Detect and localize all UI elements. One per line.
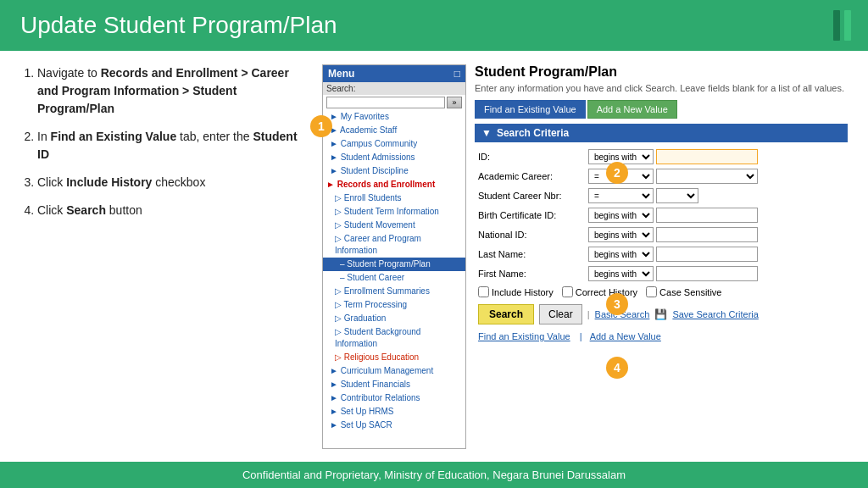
menu-item-term-processing[interactable]: ▷ Term Processing bbox=[323, 298, 465, 312]
menu-item-admissions[interactable]: ► Student Admissions bbox=[323, 151, 465, 164]
criteria-form: ID: begins with = Academic Career: = beg… bbox=[475, 149, 848, 341]
bottom-links: Find an Existing Value | Add a New Value bbox=[478, 331, 844, 341]
operator-career-nbr[interactable]: = begins with bbox=[588, 188, 654, 203]
tab-find-existing[interactable]: Find an Existing Value bbox=[475, 100, 586, 119]
criteria-row-academic-career: Academic Career: = begins with bbox=[478, 169, 844, 184]
menu-item-graduation[interactable]: ▷ Graduation bbox=[323, 312, 465, 325]
case-sensitive-checkbox[interactable] bbox=[646, 286, 657, 297]
bottom-link-add[interactable]: Add a New Value bbox=[590, 331, 661, 341]
menu-item-records[interactable]: ► Records and Enrollment bbox=[323, 178, 465, 191]
criteria-row-last-name: Last Name: begins with bbox=[478, 247, 844, 262]
step-4: Click Search button bbox=[37, 202, 309, 219]
case-sensitive-container: Case Sensitive bbox=[646, 286, 721, 297]
menu-item-financials[interactable]: ► Student Financials bbox=[323, 378, 465, 391]
search-button[interactable]: Search bbox=[478, 304, 534, 324]
operator-last-name[interactable]: begins with bbox=[588, 247, 654, 262]
menu-item-movement[interactable]: ▷ Student Movement bbox=[323, 219, 465, 232]
menu-title: Menu bbox=[328, 68, 354, 80]
select-career-nbr[interactable] bbox=[656, 188, 698, 203]
input-first-name[interactable] bbox=[656, 266, 758, 281]
step-3: Click Include History checkbox bbox=[37, 174, 309, 191]
menu-item-student-career[interactable]: – Student Career bbox=[323, 271, 465, 285]
floppy-icon: 💾 bbox=[654, 308, 667, 320]
footer-text: Confidential and Proprietary, Ministry o… bbox=[242, 469, 626, 481]
menu-items-list: ► My Favorites ► Academic Staff ► Campus… bbox=[323, 110, 465, 432]
menu-header: Menu □ bbox=[323, 65, 465, 82]
steps-list: Navigate to Records and Enrollment > Car… bbox=[20, 64, 309, 219]
header-bar-1 bbox=[833, 10, 840, 41]
tab-add-new[interactable]: Add a New Value bbox=[587, 100, 677, 119]
include-history-container: Include History bbox=[478, 286, 554, 297]
badge-3-container: 3 bbox=[606, 293, 628, 315]
header-decoration bbox=[833, 10, 851, 41]
operator-birth-cert[interactable]: begins with bbox=[588, 208, 654, 223]
input-last-name[interactable] bbox=[656, 247, 758, 262]
main-content: Navigate to Records and Enrollment > Car… bbox=[0, 51, 868, 463]
step-1: Navigate to Records and Enrollment > Car… bbox=[37, 64, 309, 118]
label-first-name: First Name: bbox=[478, 269, 588, 279]
menu-item-term-info[interactable]: ▷ Student Term Information bbox=[323, 205, 465, 219]
criteria-row-birth-cert: Birth Certificate ID: begins with bbox=[478, 208, 844, 223]
instructions-panel: Navigate to Records and Enrollment > Car… bbox=[20, 64, 309, 449]
label-id: ID: bbox=[478, 152, 588, 162]
step-2: In Find an Existing Value tab, enter the… bbox=[37, 128, 309, 164]
menu-item-student-background[interactable]: ▷ Student Background Information bbox=[323, 325, 465, 351]
menu-item-sacr[interactable]: ► Set Up SACR bbox=[323, 419, 465, 432]
criteria-row-national-id: National ID: begins with bbox=[478, 227, 844, 242]
badge-1-container: 1 bbox=[310, 115, 332, 137]
menu-item-curriculum[interactable]: ► Curriculum Management bbox=[323, 364, 465, 378]
menu-item-enroll[interactable]: ▷ Enroll Students bbox=[323, 191, 465, 205]
menu-search-row: » bbox=[326, 97, 462, 108]
step4-rest: button bbox=[109, 203, 142, 217]
button-row: Search Clear | Basic Search 💾 Save Searc… bbox=[478, 304, 844, 324]
menu-item-campus-community[interactable]: ► Campus Community bbox=[323, 137, 465, 151]
operator-first-name[interactable]: begins with bbox=[588, 266, 654, 281]
step-badge-2: 2 bbox=[606, 162, 628, 184]
correct-history-checkbox[interactable] bbox=[562, 286, 573, 297]
menu-item-contributor[interactable]: ► Contributor Relations bbox=[323, 391, 465, 405]
menu-item-career-program[interactable]: ▷ Career and Program Information bbox=[323, 232, 465, 258]
include-history-label: Include History bbox=[492, 287, 554, 297]
menu-panel: Menu □ Search: » ► My Favorites ► Academ… bbox=[322, 64, 466, 449]
badge-2-container: 2 bbox=[606, 162, 628, 184]
header-bar-2 bbox=[844, 10, 851, 41]
menu-item-favorites[interactable]: ► My Favorites bbox=[323, 110, 465, 124]
menu-item-discipline[interactable]: ► Student Discipline bbox=[323, 164, 465, 178]
step4-bold: Search bbox=[66, 203, 106, 217]
include-history-checkbox[interactable] bbox=[478, 286, 489, 297]
label-birth-cert: Birth Certificate ID: bbox=[478, 210, 588, 220]
step-badge-4: 4 bbox=[606, 357, 628, 379]
step-badge-1: 1 bbox=[310, 115, 332, 137]
page-title: Update Student Program/Plan bbox=[20, 12, 337, 39]
input-birth-cert[interactable] bbox=[656, 208, 758, 223]
form-subtitle: Enter any information you have and click… bbox=[475, 83, 848, 93]
case-sensitive-label: Case Sensitive bbox=[659, 287, 721, 297]
label-career-nbr: Student Career Nbr: bbox=[478, 191, 588, 201]
menu-search-input[interactable] bbox=[326, 97, 445, 108]
menu-item-student-program-plan[interactable]: – Student Program/Plan bbox=[323, 258, 465, 271]
label-last-name: Last Name: bbox=[478, 249, 588, 259]
label-academic-career: Academic Career: bbox=[478, 171, 588, 181]
menu-search-button[interactable]: » bbox=[447, 97, 462, 108]
input-national-id[interactable] bbox=[656, 227, 758, 242]
separator-icon: | bbox=[587, 309, 590, 319]
select-academic-career[interactable] bbox=[656, 169, 758, 184]
save-criteria-button[interactable]: Save Search Criteria bbox=[672, 309, 759, 319]
operator-national-id[interactable]: begins with bbox=[588, 227, 654, 242]
menu-item-academic-staff[interactable]: ► Academic Staff bbox=[323, 124, 465, 137]
clear-button[interactable]: Clear bbox=[539, 304, 582, 324]
input-id[interactable] bbox=[656, 149, 758, 164]
menu-search-label: Search: bbox=[323, 82, 465, 95]
menu-collapse-icon[interactable]: □ bbox=[454, 68, 460, 80]
footer: Confidential and Proprietary, Ministry o… bbox=[0, 462, 868, 488]
step3-bold: Include History bbox=[66, 175, 152, 189]
step2-bold: Find an Existing Value bbox=[51, 130, 177, 143]
step-badge-3: 3 bbox=[606, 293, 628, 315]
bottom-link-find[interactable]: Find an Existing Value bbox=[478, 331, 570, 341]
step3-rest: checkbox bbox=[155, 175, 205, 189]
menu-item-enrollment-summaries[interactable]: ▷ Enrollment Summaries bbox=[323, 285, 465, 298]
tab-row: Find an Existing Value Add a New Value bbox=[475, 100, 848, 119]
menu-item-religious[interactable]: ▷ Religious Education bbox=[323, 351, 465, 364]
search-criteria-header: ▼ Search Criteria bbox=[475, 124, 848, 142]
menu-item-hrms[interactable]: ► Set Up HRMS bbox=[323, 405, 465, 419]
